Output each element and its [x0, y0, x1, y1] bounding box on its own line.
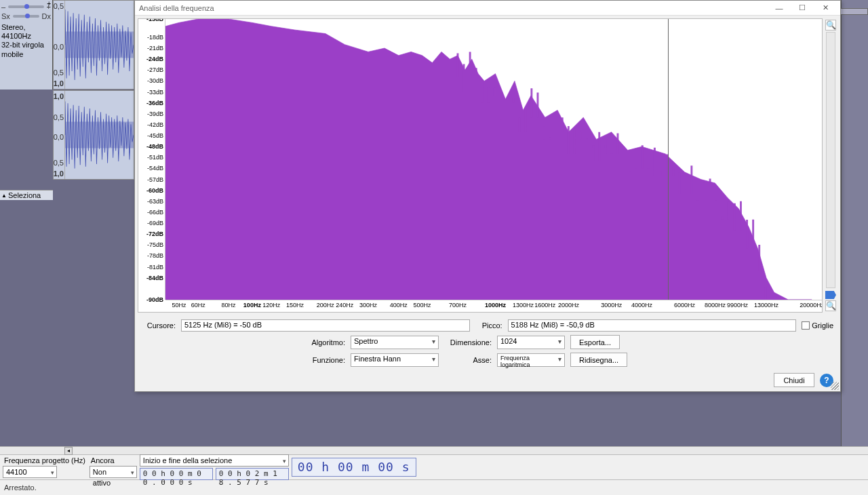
grids-checkbox[interactable]: Griglie: [802, 321, 833, 330]
dialog-title: Analisi della frequenza: [139, 4, 214, 12]
project-rate-label: Frequenza progetto (Hz): [3, 456, 87, 464]
cursor-label: Cursore:: [142, 321, 176, 330]
close-button[interactable]: Chiudi: [774, 373, 814, 387]
anchor-combo[interactable]: Non attivo: [90, 466, 137, 478]
anchor-label: Ancora: [90, 456, 137, 464]
cursor-field[interactable]: 5125 Hz (Mi8) = -50 dB: [181, 319, 470, 332]
algorithm-combo[interactable]: Spettro: [351, 336, 439, 349]
project-rate-combo[interactable]: 44100: [3, 466, 57, 478]
plot-vscroll[interactable]: [826, 32, 835, 288]
function-label: Funzione:: [142, 356, 345, 364]
dialog-titlebar[interactable]: Analisi della frequenza — ☐ ✕: [135, 1, 840, 16]
host-hscroll[interactable]: ◂: [0, 447, 868, 455]
axis-combo[interactable]: Frequenza logaritmica: [497, 353, 565, 367]
waveform-left[interactable]: 0,5 0,0 -0,5 -1,0: [53, 0, 134, 90]
algorithm-label: Algoritmo:: [142, 338, 345, 346]
peak-label: Picco:: [475, 321, 502, 330]
pan-slider[interactable]: Sx Dx: [1, 12, 51, 20]
selection-mode-combo[interactable]: Inizio e fine della selezione: [140, 454, 289, 467]
gain-slider[interactable]: – +: [1, 3, 51, 11]
size-label: Dimensione:: [444, 338, 492, 346]
close-window-button[interactable]: ✕: [814, 1, 836, 15]
peak-field[interactable]: 5188 Hz (Mi8) = -50,9 dB: [508, 319, 797, 332]
resize-grip[interactable]: [831, 382, 839, 390]
minimize-button[interactable]: —: [768, 1, 790, 15]
host-right-strip: [841, 0, 868, 446]
export-button[interactable]: Esporta...: [570, 335, 620, 349]
host-bottom-bar: ◂ Frequenza progetto (Hz) 44100 Ancora N…: [0, 446, 868, 495]
frequency-analysis-dialog: Analisi della frequenza — ☐ ✕ -13dB-18dB…: [134, 0, 841, 392]
position-field[interactable]: 00 h 00 m 00 s: [292, 458, 416, 477]
cursor-line: [668, 19, 669, 300]
track-info: Stereo, 44100Hz 32-bit virgola mobile: [1, 23, 51, 59]
track-tick: +: [47, 0, 51, 7]
track-select-button[interactable]: ▲ Seleziona: [0, 190, 53, 200]
maximize-button[interactable]: ☐: [791, 1, 813, 15]
zoom-out-button[interactable]: 🔍: [825, 300, 836, 311]
waveform-right[interactable]: 1,0 0,5 0,0 -0,5 -1,0: [53, 90, 134, 180]
arrow-tag-icon: [825, 291, 836, 299]
zoom-in-button[interactable]: 🔍: [825, 20, 836, 31]
selection-start-field[interactable]: 0 0 h 0 0 m 0 0 . 0 0 0 s: [140, 468, 213, 480]
selection-end-field[interactable]: 0 0 h 0 2 m 1 8 . 5 7 7 s: [216, 468, 289, 480]
size-combo[interactable]: 1024: [497, 336, 565, 349]
function-combo[interactable]: Finestra Hann: [351, 353, 439, 367]
redraw-button[interactable]: Ridisegna...: [570, 353, 627, 367]
status-bar: Arrestato.: [0, 479, 868, 494]
spectrum-plot[interactable]: -13dB-18dB-21dB-24dB-27dB-30dB-33dB-36dB…: [138, 18, 823, 313]
track-controls: + – + Sx Dx Stereo, 44100Hz 32-bit virgo…: [0, 0, 53, 90]
axis-label: Asse:: [444, 356, 492, 364]
